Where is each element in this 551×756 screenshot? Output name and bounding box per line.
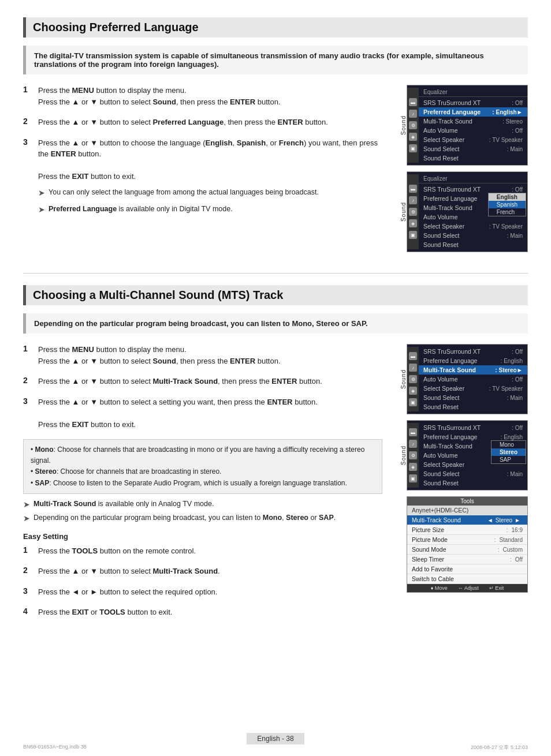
step1-num: 1 (23, 85, 32, 107)
section1-steps: 1 Press the MENU button to display the m… (23, 85, 382, 227)
tools-row-sleep-timer: Sleep Timer : Off (407, 555, 527, 564)
tools-menu-wrapper: Tools Anynet+(HDMI-CEC) Multi-Track Soun… (407, 496, 528, 593)
icon-input: ◈ (409, 133, 417, 141)
tools-row-mts: Multi-Track Sound ◄ Stereo ► (407, 515, 527, 525)
mts-step3-content: Press the ▲ or ▼ button to select a sett… (38, 396, 318, 431)
menu2: ▬ ♪ ⚙ ◈ ▣ Equalizer SRS TruSurround XT: … (407, 171, 528, 252)
step1-content: Press the MENU button to display the men… (38, 85, 281, 107)
menu1-row-mts: Multi-Track Sound: Stereo (419, 117, 527, 126)
footer-left: BN68-01653A~Eng.indb 38 (23, 744, 87, 751)
section2-menus: Sound ▬ ♪ ⚙ ◈ ▣ SRS TruSurround XT: (394, 344, 528, 593)
mts-note1-text: Multi-Track Sound is available only in A… (33, 500, 214, 509)
note2-text: Preferred Language is available only in … (49, 204, 233, 216)
note-arrow2: ➤ (38, 204, 45, 216)
menu1-inner: ▬ ♪ ⚙ ◈ ▣ Equalizer SRS TruSurround XT: … (407, 88, 527, 163)
dropdown-english: English (489, 193, 526, 201)
easy-step1-num: 1 (23, 545, 32, 557)
icon-tv2: ▬ (409, 185, 417, 193)
icon-support2: ▣ (409, 231, 417, 239)
dropdown-stereo: Stereo (492, 448, 526, 456)
icon-tv4: ▬ (409, 428, 417, 436)
note2: ➤ Preferred Language is available only i… (38, 204, 382, 216)
section2-steps: 1 Press the MENU button to display the m… (23, 344, 382, 627)
menu2-content: Equalizer SRS TruSurround XT: Off Prefer… (419, 174, 527, 249)
icon-support: ▣ (409, 144, 417, 152)
step3-num: 3 (23, 137, 32, 218)
menu3-row-auto: Auto Volume: Off (419, 375, 527, 384)
menu3-sidebar: ▬ ♪ ⚙ ◈ ▣ (407, 347, 419, 411)
icon-settings2: ⚙ (409, 208, 417, 216)
footer-right: 2008-08-27 오후 5:12:03 (471, 744, 528, 751)
tools-menu: Tools Anynet+(HDMI-CEC) Multi-Track Soun… (407, 496, 528, 593)
step2-num: 2 (23, 117, 32, 128)
menu1-row-preferred: Preferred Language: English ► (419, 107, 527, 117)
icon-support3: ▣ (409, 398, 417, 406)
mts-note2: ➤ Depending on the particular program be… (23, 514, 382, 523)
icon-input2: ◈ (409, 219, 417, 227)
section1-info: The digital-TV transmission system is ca… (23, 46, 528, 74)
mts-note-arrow1: ➤ (23, 500, 30, 509)
menu3-row-preferred: Preferred Language: English (419, 356, 527, 365)
menu3-row-mts: Multi-Track Sound: Stereo ► (419, 365, 527, 375)
footer-meta: BN68-01653A~Eng.indb 38 2008-08-27 오후 5:… (23, 744, 528, 751)
bottom-bar: English - 38 (0, 721, 551, 744)
section-divider (23, 273, 528, 274)
menu3-row-select: Sound Select: Main (419, 393, 527, 402)
menu1-label: Sound (400, 115, 407, 135)
step-1: 1 Press the MENU button to display the m… (23, 85, 382, 107)
menu2-row-preferred: Preferred Language English Spanish Frenc… (419, 194, 527, 203)
tools-adjust: ↔ Adjust (458, 585, 479, 591)
menu2-inner: ▬ ♪ ⚙ ◈ ▣ Equalizer SRS TruSurround XT: … (407, 174, 527, 249)
right-arrow-icon: ► (515, 517, 520, 523)
mts-step-1: 1 Press the MENU button to display the m… (23, 344, 382, 366)
section2-info: Depending on the particular program bein… (23, 313, 528, 334)
menu2-row-speaker: Select Speaker: TV Speaker (419, 222, 527, 231)
mts-step1-num: 1 (23, 344, 32, 366)
menu1-row-select: Sound Select: Main (419, 144, 527, 154)
easy-setting-title: Easy Setting (23, 532, 382, 541)
tools-row-switch-cable: Switch to Cable (407, 574, 527, 584)
menu3: ▬ ♪ ⚙ ◈ ▣ SRS TruSurround XT: Off Prefer… (407, 344, 528, 414)
easy-step1-text: Press the TOOLS button on the remote con… (38, 545, 196, 557)
mts-note1: ➤ Multi-Track Sound is available only in… (23, 500, 382, 509)
icon-input3: ◈ (409, 387, 417, 395)
tools-row-picture-size: Picture Size : 16:9 (407, 525, 527, 535)
easy-step4-text: Press the EXIT or TOOLS button to exit. (38, 607, 172, 618)
menu4-wrapper: Sound ▬ ♪ ⚙ ◈ ▣ SRS TruSurround XT: (407, 420, 528, 491)
menu4-row-srs: SRS TruSurround XT: Off (419, 423, 527, 432)
icon-speaker4: ♪ (409, 440, 417, 448)
mts-step-2: 2 Press the ▲ or ▼ button to select Mult… (23, 376, 382, 387)
menu2-label: Sound (400, 202, 407, 222)
easy-step2-num: 2 (23, 566, 32, 577)
icon-tv3: ▬ (409, 352, 417, 360)
menu4-row-mts: Multi-Track Sound Mono Stereo SAP (419, 441, 527, 451)
dropdown-french: French (489, 208, 526, 216)
menu3-row-speaker: Select Speaker: TV Speaker (419, 384, 527, 393)
menu1-row-reset: Sound Reset (419, 154, 527, 163)
menu3-label: Sound (400, 369, 407, 389)
menu4-row-select: Sound Select: Main (419, 469, 527, 478)
step-2: 2 Press the ▲ or ▼ button to select Pref… (23, 117, 382, 128)
menu1-content: Equalizer SRS TruSurround XT: Off Prefer… (419, 88, 527, 163)
icon-settings: ⚙ (409, 121, 417, 129)
menu4-label: Sound (400, 446, 407, 465)
dropdown-mono: Mono (492, 441, 526, 448)
step-3: 3 Press the ▲ or ▼ button to choose the … (23, 137, 382, 218)
mts-step-3: 3 Press the ▲ or ▼ button to select a se… (23, 396, 382, 431)
menu4-inner: ▬ ♪ ⚙ ◈ ▣ SRS TruSurround XT: Off Prefer… (407, 423, 527, 488)
section1-title: Choosing Preferred Language (23, 17, 528, 38)
tools-row-anynet: Anynet+(HDMI-CEC) (407, 506, 527, 515)
mts-step3-num: 3 (23, 396, 32, 431)
icon-tv: ▬ (409, 98, 417, 106)
note1-text: You can only select the language from am… (49, 187, 319, 199)
mts-step1-content: Press the MENU button to display the men… (38, 344, 281, 366)
easy-setting-section: Easy Setting 1 Press the TOOLS button on… (23, 532, 382, 618)
section2-content: 1 Press the MENU button to display the m… (23, 344, 528, 627)
easy-step2-text: Press the ▲ or ▼ button to select Multi-… (38, 566, 220, 577)
mts-step2-content: Press the ▲ or ▼ button to select Multi-… (38, 376, 322, 387)
section-mts: Choosing a Multi-Channel Sound (MTS) Tra… (23, 285, 528, 627)
menu3-inner: ▬ ♪ ⚙ ◈ ▣ SRS TruSurround XT: Off Prefer… (407, 347, 527, 411)
left-arrow-icon: ◄ (487, 517, 493, 523)
menu2-sidebar: ▬ ♪ ⚙ ◈ ▣ (407, 174, 419, 249)
menu3-row-srs: SRS TruSurround XT: Off (419, 347, 527, 356)
